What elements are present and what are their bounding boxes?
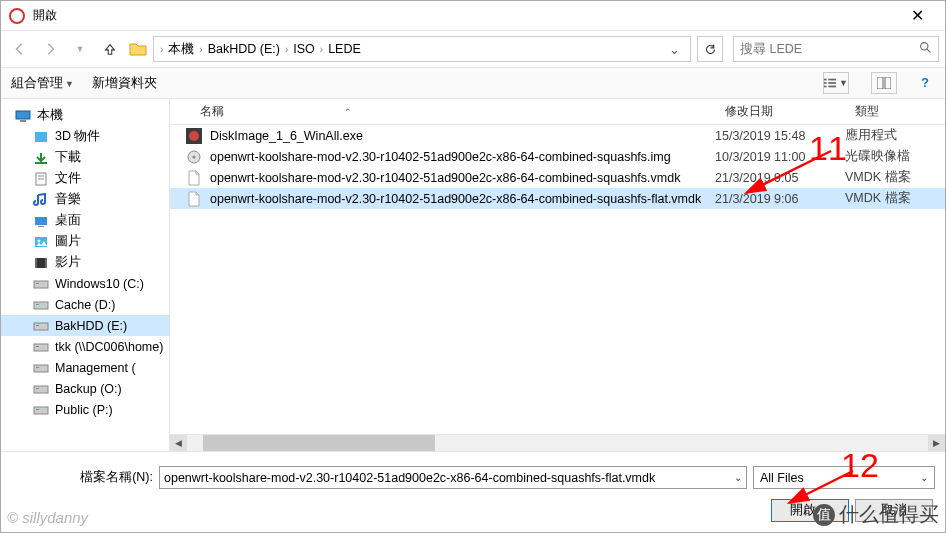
- col-date[interactable]: 修改日期: [715, 103, 845, 120]
- folder-icon: [33, 382, 49, 396]
- file-name: openwrt-koolshare-mod-v2.30-r10402-51ad9…: [210, 150, 715, 164]
- svg-point-20: [38, 239, 41, 242]
- organize-button[interactable]: 組合管理▼: [11, 75, 74, 92]
- scroll-right-icon[interactable]: ▶: [928, 435, 945, 451]
- svg-rect-18: [38, 226, 44, 227]
- chevron-down-icon[interactable]: ⌄: [734, 472, 742, 483]
- recent-dropdown[interactable]: ▼: [67, 36, 93, 62]
- smzdm-icon: 值: [813, 504, 835, 526]
- toolbar: 組合管理▼ 新增資料夾 ▼ ?: [1, 67, 945, 99]
- svg-rect-30: [34, 344, 48, 351]
- forward-button[interactable]: [37, 36, 63, 62]
- tree-item[interactable]: 桌面: [1, 210, 169, 231]
- filename-input[interactable]: openwrt-koolshare-mod-v2.30-r10402-51ad9…: [159, 466, 747, 489]
- search-input[interactable]: 搜尋 LEDE: [733, 36, 939, 62]
- tree-item[interactable]: Management (: [1, 357, 169, 378]
- tree-item[interactable]: 圖片: [1, 231, 169, 252]
- refresh-button[interactable]: [697, 36, 723, 62]
- navbar: ▼ › 本機 › BakHDD (E:) › ISO › LEDE ⌄ 搜尋 L…: [1, 31, 945, 67]
- tree-item[interactable]: Cache (D:): [1, 294, 169, 315]
- svg-rect-13: [35, 162, 47, 164]
- breadcrumb-drop-icon[interactable]: ⌄: [663, 42, 686, 57]
- annotation-12: 12: [841, 446, 879, 485]
- crumb-folder2[interactable]: LEDE: [325, 42, 364, 56]
- newfolder-button[interactable]: 新增資料夾: [92, 75, 157, 92]
- tree-item[interactable]: Backup (O:): [1, 378, 169, 399]
- svg-rect-10: [16, 111, 30, 119]
- chevron-right-icon: ›: [283, 44, 290, 55]
- back-button[interactable]: [7, 36, 33, 62]
- tree-item[interactable]: 下載: [1, 147, 169, 168]
- tree-item[interactable]: BakHDD (E:): [1, 315, 169, 336]
- file-list[interactable]: DiskImage_1_6_WinAll.exe15/3/2019 15:48應…: [170, 125, 945, 434]
- tree-item[interactable]: Windows10 (C:): [1, 273, 169, 294]
- search-icon: [919, 41, 932, 57]
- file-date: 21/3/2019 9:06: [715, 192, 845, 206]
- filename-value: openwrt-koolshare-mod-v2.30-r10402-51ad9…: [164, 471, 655, 485]
- chevron-right-icon: ›: [197, 44, 204, 55]
- folder-icon: [33, 235, 49, 249]
- crumb-folder1[interactable]: ISO: [290, 42, 318, 56]
- file-type: 應用程式: [845, 127, 945, 144]
- file-icon: [186, 170, 202, 186]
- file-name: openwrt-koolshare-mod-v2.30-r10402-51ad9…: [210, 192, 715, 206]
- sort-icon: ⌃: [344, 107, 352, 117]
- file-icon: [186, 149, 202, 165]
- scroll-left-icon[interactable]: ◀: [170, 435, 187, 451]
- crumb-root[interactable]: 本機: [165, 41, 197, 58]
- folder-icon: [33, 256, 49, 270]
- file-row[interactable]: openwrt-koolshare-mod-v2.30-r10402-51ad9…: [170, 167, 945, 188]
- sidebar-tree[interactable]: 本機 3D 物件下載文件音樂桌面圖片影片Windows10 (C:)Cache …: [1, 99, 170, 451]
- app-icon: [9, 8, 25, 24]
- view-mode-button[interactable]: ▼: [823, 72, 849, 94]
- col-name[interactable]: 名稱⌃: [170, 103, 715, 120]
- file-row[interactable]: openwrt-koolshare-mod-v2.30-r10402-51ad9…: [170, 188, 945, 209]
- preview-pane-button[interactable]: [871, 72, 897, 94]
- column-headers[interactable]: 名稱⌃ 修改日期 類型: [170, 99, 945, 125]
- titlebar: 開啟 ✕: [1, 1, 945, 31]
- tree-item[interactable]: 影片: [1, 252, 169, 273]
- crumb-drive[interactable]: BakHDD (E:): [205, 42, 283, 56]
- tree-root[interactable]: 本機: [1, 105, 169, 126]
- svg-line-1: [927, 49, 930, 52]
- svg-rect-23: [45, 258, 47, 268]
- svg-rect-33: [36, 367, 39, 368]
- chevron-right-icon: ›: [158, 44, 165, 55]
- chevron-down-icon: ⌄: [920, 472, 928, 483]
- folder-icon: [33, 298, 49, 312]
- watermark: © sillydanny: [7, 509, 88, 526]
- svg-rect-5: [828, 82, 836, 84]
- file-name: openwrt-koolshare-mod-v2.30-r10402-51ad9…: [210, 171, 715, 185]
- svg-rect-29: [36, 325, 39, 326]
- tree-item[interactable]: 文件: [1, 168, 169, 189]
- file-date: 21/3/2019 9:05: [715, 171, 845, 185]
- folder-icon: [33, 403, 49, 417]
- svg-rect-6: [824, 86, 827, 88]
- computer-icon: [15, 109, 31, 123]
- svg-rect-2: [824, 79, 827, 81]
- svg-rect-28: [34, 323, 48, 330]
- col-type[interactable]: 類型: [845, 103, 945, 120]
- file-type: 光碟映像檔: [845, 148, 945, 165]
- svg-point-39: [189, 131, 199, 141]
- watermark-smzdm: 值 什么值得买: [813, 501, 939, 528]
- tree-item[interactable]: Public (P:): [1, 399, 169, 420]
- svg-point-0: [921, 43, 928, 50]
- h-scrollbar[interactable]: ◀ ▶: [170, 434, 945, 451]
- svg-rect-17: [35, 217, 47, 225]
- up-button[interactable]: [97, 36, 123, 62]
- folder-icon: [33, 151, 49, 165]
- tree-item[interactable]: tkk (\\DC006\home): [1, 336, 169, 357]
- close-button[interactable]: ✕: [897, 6, 937, 25]
- filename-label: 檔案名稱(N):: [11, 469, 153, 486]
- file-name: DiskImage_1_6_WinAll.exe: [210, 129, 715, 143]
- scroll-thumb[interactable]: [203, 435, 436, 451]
- breadcrumb[interactable]: › 本機 › BakHDD (E:) › ISO › LEDE ⌄: [153, 36, 691, 62]
- help-button[interactable]: ?: [915, 76, 935, 90]
- svg-point-41: [193, 155, 196, 158]
- svg-rect-32: [34, 365, 48, 372]
- tree-item[interactable]: 3D 物件: [1, 126, 169, 147]
- folder-icon: [33, 319, 49, 333]
- tree-item[interactable]: 音樂: [1, 189, 169, 210]
- svg-rect-4: [824, 82, 827, 84]
